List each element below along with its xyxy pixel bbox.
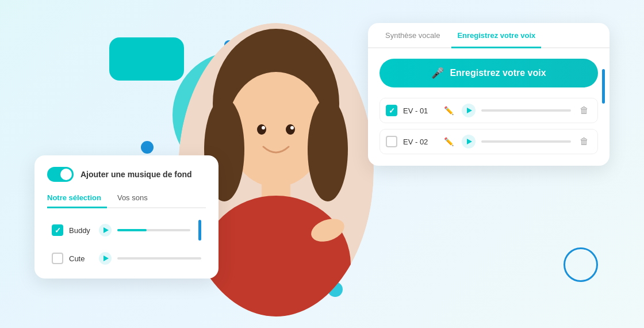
tab-synthese-vocale[interactable]: Synthèse vocale (379, 23, 446, 48)
svg-point-9 (262, 126, 265, 129)
edit-button-ev01[interactable]: ✏️ (441, 103, 456, 118)
list-item: EV - 02 ✏️ 🗑 (379, 129, 598, 154)
play-icon (467, 108, 472, 113)
tab-vos-sons[interactable]: Vos sons (117, 190, 154, 208)
toggle-label: Ajouter une musique de fond (80, 170, 192, 179)
checkbox-ev02[interactable] (386, 136, 397, 147)
music-tabs: Notre sélection Vos sons (47, 190, 206, 208)
list-item: Cute (47, 249, 206, 268)
play-button-ev01[interactable] (462, 104, 476, 117)
music-list: ✓ Buddy Cute (47, 216, 206, 268)
progress-bg-ev02 (481, 140, 571, 143)
play-button-ev02[interactable] (462, 135, 476, 148)
voice-name-ev02: EV - 02 (403, 138, 435, 146)
music-card: Ajouter une musique de fond Notre sélect… (34, 155, 218, 279)
voice-list: ✓ EV - 01 ✏️ 🗑 EV - 02 ✏️ 🗑 (379, 98, 598, 154)
tab-enregistrez-voix[interactable]: Enregistrez votre voix (451, 23, 541, 48)
microphone-icon: 🎤 (431, 67, 444, 79)
voice-card: Synthèse vocale Enregistrez votre voix 🎤… (368, 23, 610, 166)
checkbox-buddy[interactable]: ✓ (52, 224, 63, 236)
list-item: ✓ Buddy (47, 216, 206, 244)
progress-bg-cute (117, 257, 201, 260)
voice-tabs: Synthèse vocale Enregistrez votre voix (368, 23, 610, 48)
play-button-cute[interactable] (99, 252, 112, 265)
list-item: ✓ EV - 01 ✏️ 🗑 (379, 98, 598, 123)
music-name-buddy: Buddy (69, 226, 93, 235)
svg-point-8 (286, 124, 295, 135)
bg-outline-circle (564, 247, 598, 282)
scroll-indicator (198, 220, 201, 241)
voice-name-ev01: EV - 01 (403, 106, 435, 115)
edit-button-ev02[interactable]: ✏️ (441, 134, 456, 149)
checkbox-cute[interactable] (52, 253, 63, 264)
record-button[interactable]: 🎤 Enregistrez votre voix (379, 59, 598, 87)
toggle-row: Ajouter une musique de fond (47, 167, 206, 182)
progress-fill-buddy (117, 229, 147, 231)
tab-notre-selection[interactable]: Notre sélection (47, 190, 107, 208)
svg-point-4 (308, 98, 348, 201)
bg-rect-teal (109, 37, 184, 81)
voice-body: 🎤 Enregistrez votre voix ✓ EV - 01 ✏️ 🗑 (368, 48, 610, 154)
record-button-label: Enregistrez votre voix (450, 68, 546, 78)
scrollbar[interactable] (602, 69, 605, 104)
bg-dot-blue-1 (141, 141, 154, 154)
progress-bg-ev01 (481, 109, 571, 112)
play-button-buddy[interactable] (99, 224, 112, 237)
play-icon (103, 227, 109, 233)
toggle-switch[interactable] (47, 167, 74, 182)
delete-button-ev01[interactable]: 🗑 (577, 103, 592, 118)
play-icon (467, 139, 472, 144)
music-name-cute: Cute (69, 254, 93, 263)
delete-button-ev02[interactable]: 🗑 (577, 134, 592, 149)
check-icon: ✓ (389, 106, 395, 115)
svg-point-10 (290, 126, 294, 129)
progress-bg-buddy (117, 229, 190, 231)
check-icon: ✓ (55, 226, 61, 235)
checkbox-ev01[interactable]: ✓ (386, 105, 397, 116)
svg-point-7 (257, 124, 266, 135)
play-icon (103, 255, 109, 261)
